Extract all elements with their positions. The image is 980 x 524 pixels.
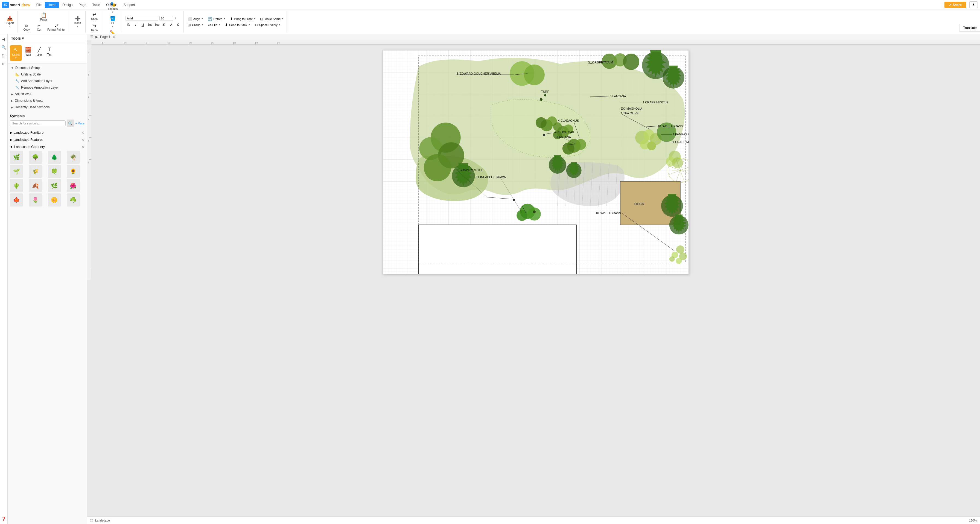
- nav-design[interactable]: Design: [60, 2, 75, 8]
- svg-text:8: 8: [102, 41, 103, 44]
- tools-panel-title[interactable]: Tools ▾: [11, 36, 24, 40]
- insert-button[interactable]: ➕ Insert ▼: [72, 15, 84, 29]
- canvas-area: Translate ☰ ▶ Page 1 ⊕ 8 16 24 32: [87, 34, 980, 524]
- symbol-item-12[interactable]: 🌺: [67, 179, 80, 192]
- symbol-item-6[interactable]: 🌾: [29, 165, 42, 178]
- nav-table[interactable]: Table: [90, 2, 103, 8]
- bold-button[interactable]: B: [126, 22, 132, 28]
- font-name-input[interactable]: [126, 16, 158, 21]
- cat-greenery-close[interactable]: ✕: [81, 145, 84, 149]
- nav-page[interactable]: Page: [76, 2, 89, 8]
- page-label: Page 1: [100, 35, 110, 39]
- nav-back-button[interactable]: ◀: [1, 36, 7, 42]
- nav-support[interactable]: Support: [121, 2, 138, 8]
- share-button[interactable]: ↗ Share: [945, 2, 966, 8]
- group-button[interactable]: ⊞ Group ▼: [186, 22, 205, 28]
- more-button[interactable]: + More: [75, 122, 85, 125]
- tree-document-setup[interactable]: ▼ Document Setup: [8, 65, 87, 71]
- arrange-row1: ⬜ Align ▼ 🔄 Rotate ▼ ⬆ Bring to Front ▼ …: [186, 16, 285, 22]
- logo-smart: smart: [10, 3, 20, 7]
- canvas-container[interactable]: 8 16 24 32 40 48 56 64 72: [87, 40, 980, 516]
- paste-button[interactable]: 📋 Paste: [38, 11, 50, 22]
- tree-adjust-wall[interactable]: ▶ Adjust Wall: [8, 91, 87, 97]
- nav-home[interactable]: Home: [45, 2, 59, 8]
- underline-button[interactable]: U: [140, 22, 146, 28]
- nav-file[interactable]: File: [33, 2, 44, 8]
- help-tool-icon[interactable]: ❓: [1, 516, 7, 522]
- superscript-button[interactable]: Sup: [154, 22, 160, 28]
- list-icon[interactable]: ☰: [90, 35, 93, 39]
- symbol-item-1[interactable]: 🌿: [10, 151, 23, 164]
- font-color-button[interactable]: A: [168, 22, 174, 28]
- symbol-item-8[interactable]: 🌻: [67, 165, 80, 178]
- symbol-item-14[interactable]: 🌷: [29, 193, 42, 207]
- symbol-item-16[interactable]: ☘️: [67, 193, 80, 207]
- export-button[interactable]: 📤 Export ▼: [4, 15, 16, 29]
- themes-button[interactable]: 🎭 Themes ▼: [106, 1, 119, 14]
- space-evenly-button[interactable]: ⇿ Space Evenly ▼: [254, 22, 282, 28]
- text-tool-button[interactable]: T Text: [45, 45, 54, 61]
- expand-icon[interactable]: ▶: [95, 35, 98, 39]
- wall-tool-button[interactable]: 🧱 Wall: [23, 45, 33, 61]
- symbol-item-13[interactable]: 🍁: [10, 193, 23, 207]
- eye-button[interactable]: 👁: [969, 2, 978, 8]
- bring-to-front-button[interactable]: ⬆ Bring to Front ▼: [229, 16, 257, 22]
- units-icon: 📐: [15, 72, 19, 76]
- symbol-item-9[interactable]: 🌵: [10, 179, 23, 192]
- rotate-button[interactable]: 🔄 Rotate ▼: [207, 16, 226, 22]
- select-tool-button[interactable]: ↖ Select ▼: [10, 45, 22, 61]
- bring-to-front-label: Bring to Front: [234, 17, 253, 21]
- make-same-button[interactable]: ⊡ Make Same ▼: [259, 16, 285, 22]
- symbol-item-4[interactable]: 🌴: [67, 151, 80, 164]
- tree-units-scale[interactable]: 📐 Units & Scale: [8, 71, 87, 78]
- fill-button[interactable]: 🪣 Fill ▼: [107, 15, 119, 29]
- symbol-item-11[interactable]: 🌿: [48, 179, 61, 192]
- italic-button[interactable]: I: [133, 22, 138, 28]
- symbol-item-3[interactable]: 🌲: [48, 151, 61, 164]
- cat-features-label[interactable]: ▶ Landscape Features: [10, 138, 43, 142]
- format-painter-label: Format Painter: [47, 28, 65, 31]
- cut-button[interactable]: ✂ Cut: [33, 23, 45, 32]
- styles-group: 🎨 Styles ▼ 🎭 Themes ▼ 🪣 Fill ▼ ✏️ Line S…: [103, 11, 122, 33]
- canvas[interactable]: 3 LOROPETALUM 3 'EDWARD GOUCHER' ABELIA …: [383, 50, 689, 274]
- format-painter-button[interactable]: 🖌 Format Painter: [46, 23, 67, 32]
- tree-dimensions-area[interactable]: ▶ Dimensions & Area: [8, 97, 87, 104]
- search-tool-icon[interactable]: 🔍: [1, 44, 7, 50]
- cat-furniture-close[interactable]: ✕: [81, 131, 84, 135]
- tree-add-annotation[interactable]: 🔧 Add Annotation Layer: [8, 78, 87, 84]
- symbol-item-2[interactable]: 🌳: [29, 151, 42, 164]
- symbol-item-7[interactable]: 🍀: [48, 165, 61, 178]
- layer-icon: ⬚: [90, 519, 93, 522]
- shapes-tool-icon[interactable]: ⬚: [1, 53, 7, 59]
- settings-icon[interactable]: ⊕: [113, 35, 115, 39]
- subscript-button[interactable]: Sub: [147, 22, 153, 28]
- select-tool-arrow: ▼: [15, 57, 17, 59]
- redo-button[interactable]: ↪ Redo: [88, 22, 100, 33]
- search-input[interactable]: [10, 120, 65, 126]
- line-tool-button[interactable]: ╱ Line: [35, 45, 44, 61]
- layers-tool-icon[interactable]: ⊞: [1, 61, 7, 67]
- tree-recently-used[interactable]: ▶ Recently Used Symbols: [8, 104, 87, 110]
- cat-greenery-label[interactable]: ▼ Landscape Greenery: [10, 145, 45, 149]
- search-button[interactable]: 🔍: [67, 119, 75, 127]
- font-size-input[interactable]: [159, 16, 173, 21]
- cat-furniture-label[interactable]: ▶ Landscape Furniture: [10, 131, 43, 135]
- flip-button[interactable]: ⇌ Flip ▼: [207, 22, 222, 28]
- svg-text:32: 32: [168, 41, 170, 44]
- cat-features-close[interactable]: ✕: [81, 137, 84, 142]
- svg-rect-0: [91, 40, 980, 45]
- undo-button[interactable]: ↩ Undo: [88, 11, 100, 22]
- tree-remove-annotation[interactable]: 🔧 Remove Annotation Layer: [8, 84, 87, 91]
- special-char-button[interactable]: Ω: [175, 22, 181, 28]
- font-size-arrow[interactable]: ▼: [174, 17, 177, 19]
- line-tool-icon: ╱: [38, 47, 41, 53]
- copy-button[interactable]: ⧉ Copy: [21, 23, 33, 32]
- styles-button[interactable]: 🎨 Styles ▼: [107, 0, 119, 0]
- symbol-item-10[interactable]: 🍂: [29, 179, 42, 192]
- svg-point-61: [424, 154, 451, 181]
- strikethrough-button[interactable]: S: [161, 22, 167, 28]
- symbol-item-15[interactable]: 🌼: [48, 193, 61, 207]
- send-to-back-button[interactable]: ⬇ Send to Back ▼: [224, 22, 251, 28]
- symbol-item-5[interactable]: 🌱: [10, 165, 23, 178]
- align-button[interactable]: ⬜ Align ▼: [186, 16, 204, 22]
